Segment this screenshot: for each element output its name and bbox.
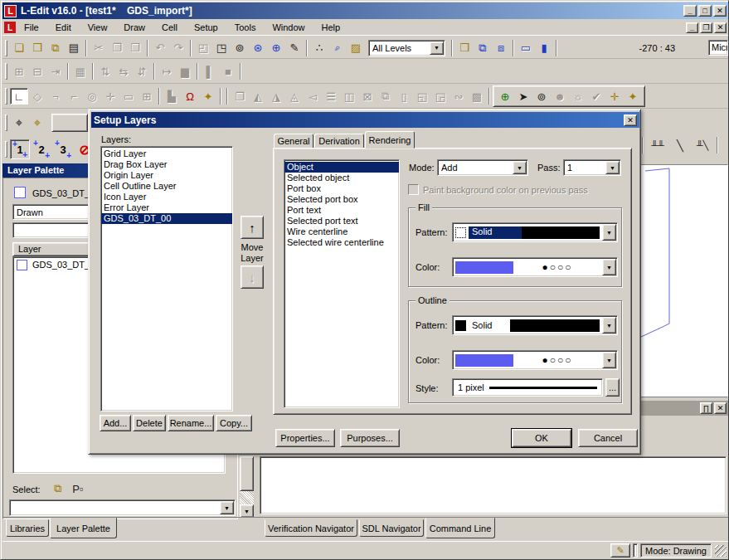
menu-window[interactable]: Window bbox=[264, 21, 313, 34]
measure-horizontal-icon[interactable]: ╨╨ bbox=[646, 137, 669, 153]
draw-all-angle-icon[interactable]: ◇ bbox=[28, 88, 46, 105]
base-2-icon[interactable]: 2 bbox=[32, 139, 51, 159]
select-ports-icon[interactable]: P▫ bbox=[69, 480, 87, 497]
flip-horizontal-icon[interactable]: ◅ bbox=[304, 88, 322, 105]
dialog-titlebar[interactable]: Setup Layers ✕ bbox=[91, 112, 639, 128]
delete-layer-button[interactable]: Delete bbox=[133, 415, 166, 431]
align-block-right-icon[interactable]: ■ bbox=[219, 63, 237, 80]
chevron-down-icon[interactable]: ▼ bbox=[605, 161, 620, 174]
measure-diagonal-icon[interactable]: ╲ bbox=[669, 137, 691, 153]
render-object-item[interactable]: Wire centerline bbox=[284, 226, 399, 237]
slice-icon[interactable]: ◫ bbox=[340, 88, 358, 105]
paint-background-checkbox[interactable] bbox=[408, 184, 419, 195]
chevron-down-icon[interactable]: ▼ bbox=[602, 259, 616, 275]
units-field[interactable]: Micro bbox=[708, 40, 728, 56]
select-all-layers-icon[interactable]: ⧉ bbox=[49, 480, 67, 497]
edit-status-icon[interactable]: ✎ bbox=[610, 543, 630, 558]
outline-style-select[interactable]: 1 pixel bbox=[452, 378, 603, 397]
find-previous-icon[interactable]: ⊕ bbox=[267, 40, 285, 56]
scroll-down-icon[interactable]: ▼ bbox=[240, 504, 254, 518]
chevron-down-icon[interactable]: ▼ bbox=[220, 501, 234, 514]
menu-tools[interactable]: Tools bbox=[226, 21, 265, 34]
menu-cell[interactable]: Cell bbox=[153, 21, 186, 34]
toolbar-grip[interactable] bbox=[5, 88, 7, 105]
origin-icon[interactable]: ⌖ bbox=[10, 114, 28, 131]
outline-pattern-select[interactable]: Solid ▼ bbox=[452, 315, 618, 335]
layout-shape[interactable] bbox=[639, 164, 728, 398]
tab-sdl-navigator[interactable]: SDL Navigator bbox=[359, 519, 424, 537]
cut-icon[interactable]: ✂ bbox=[90, 40, 108, 56]
layer-item[interactable]: Drag Box Layer bbox=[101, 159, 232, 170]
add-port-icon[interactable]: ⊞ bbox=[138, 88, 156, 105]
tab-rendering[interactable]: Rendering bbox=[365, 131, 415, 149]
highlight-icon[interactable]: ☼ bbox=[569, 88, 587, 105]
copy-layer-button[interactable]: Copy... bbox=[216, 415, 252, 431]
tab-general[interactable]: General bbox=[274, 134, 313, 149]
menu-draw[interactable]: Draw bbox=[115, 21, 153, 34]
render-object-item-selected[interactable]: Object bbox=[284, 162, 399, 173]
magnet-icon[interactable]: Ω bbox=[181, 88, 199, 105]
menu-setup[interactable]: Setup bbox=[186, 21, 226, 34]
minimize-button[interactable]: _ bbox=[683, 5, 697, 17]
draw-circle-icon[interactable]: ◎ bbox=[83, 88, 101, 105]
move-layer-up-button[interactable]: ↑ bbox=[241, 216, 264, 239]
fill-color-select[interactable]: ●○○○ ▼ bbox=[452, 257, 618, 277]
tab-verification-navigator[interactable]: Verification Navigator bbox=[265, 519, 357, 537]
redo-icon[interactable]: ↷ bbox=[169, 40, 187, 56]
draw-orthogonal-icon[interactable]: ∟ bbox=[10, 88, 28, 105]
fill-pattern-select[interactable]: Solid ▼ bbox=[452, 222, 618, 242]
zoom-fit-icon[interactable]: ◳ bbox=[212, 40, 231, 56]
move-layer-down-button[interactable]: ↓ bbox=[241, 265, 264, 289]
cross-section-icon[interactable]: ✛ bbox=[605, 88, 624, 105]
command-line-panel[interactable] bbox=[260, 456, 727, 514]
tab-libraries[interactable]: Libraries bbox=[6, 519, 49, 537]
render-object-listbox[interactable]: Object Selected object Port box Selected… bbox=[284, 159, 400, 408]
wrench-icon[interactable]: ✦ bbox=[199, 88, 217, 105]
import-icon[interactable]: ❒ bbox=[455, 40, 474, 56]
ruler-icon[interactable]: ▭ bbox=[517, 40, 535, 56]
space-vertical-icon[interactable]: ⇵ bbox=[133, 63, 151, 80]
validate-icon[interactable]: ✔ bbox=[587, 88, 605, 105]
purposes-button[interactable]: Purposes... bbox=[340, 429, 400, 447]
chevron-down-icon[interactable]: ▼ bbox=[430, 41, 444, 55]
select-tool-icon[interactable]: ➤ bbox=[514, 88, 532, 105]
space-horizontal-icon[interactable]: ↦ bbox=[158, 63, 176, 80]
flip-vertical-icon[interactable]: ◬ bbox=[285, 88, 304, 105]
setup-tools-icon[interactable]: ✦ bbox=[624, 88, 642, 105]
tab-derivation[interactable]: Derivation bbox=[314, 134, 364, 149]
add-instance-icon[interactable]: ⊕ bbox=[496, 88, 514, 105]
toolbar-grip[interactable] bbox=[5, 40, 7, 56]
mode-select[interactable]: Add ▼ bbox=[437, 159, 528, 176]
layer-select-combo[interactable]: ▼ bbox=[9, 499, 236, 516]
close-button[interactable]: ✕ bbox=[713, 5, 727, 17]
align-right-icon[interactable]: ⇥ bbox=[46, 63, 65, 80]
fill-pattern-icon[interactable]: ▩ bbox=[468, 88, 486, 105]
layer-color-swatch[interactable] bbox=[14, 187, 26, 198]
paste-icon[interactable]: ❒ bbox=[126, 40, 144, 56]
display-levels-select[interactable]: All Levels ▼ bbox=[368, 40, 445, 56]
layers-listbox[interactable]: Grid Layer Drag Box Layer Origin Layer C… bbox=[100, 146, 233, 411]
origin-select-icon[interactable]: ⌖ bbox=[28, 114, 46, 131]
mdi-restore-button[interactable]: ❐ bbox=[700, 22, 712, 33]
layer-row-swatch[interactable] bbox=[17, 260, 27, 270]
delete-object-icon[interactable]: ⊠ bbox=[358, 88, 377, 105]
layer-item[interactable]: Error Layer bbox=[101, 202, 232, 213]
copy-object-icon[interactable]: ❐ bbox=[231, 88, 249, 105]
toolbar-grip[interactable] bbox=[5, 114, 7, 131]
snap-grid-icon[interactable]: ▦ bbox=[71, 63, 90, 80]
outline-color-select[interactable]: ●○○○ ▼ bbox=[452, 350, 618, 370]
ungroup-icon[interactable]: ▯ bbox=[395, 88, 413, 105]
scrollbar-thumb[interactable] bbox=[240, 456, 254, 491]
scrollbar-track[interactable] bbox=[240, 491, 254, 504]
open-design-icon[interactable]: ⧉ bbox=[46, 40, 65, 56]
measure-angle-icon[interactable]: ╨╲ bbox=[691, 137, 714, 153]
panel-close-icon[interactable]: ✕ bbox=[714, 402, 727, 414]
tab-command-line[interactable]: Command Line bbox=[425, 518, 495, 538]
ghost-view-icon[interactable]: ☻ bbox=[551, 88, 569, 105]
menu-help[interactable]: Help bbox=[313, 21, 349, 34]
layer-item[interactable]: Grid Layer bbox=[101, 149, 232, 159]
boolean-ops-icon[interactable]: ◱ bbox=[413, 88, 431, 105]
pass-select[interactable]: 1 ▼ bbox=[563, 159, 621, 176]
dialog-close-icon[interactable]: ✕ bbox=[624, 114, 637, 126]
layer-item-selected[interactable]: GDS_03_DT_00 bbox=[101, 213, 232, 224]
